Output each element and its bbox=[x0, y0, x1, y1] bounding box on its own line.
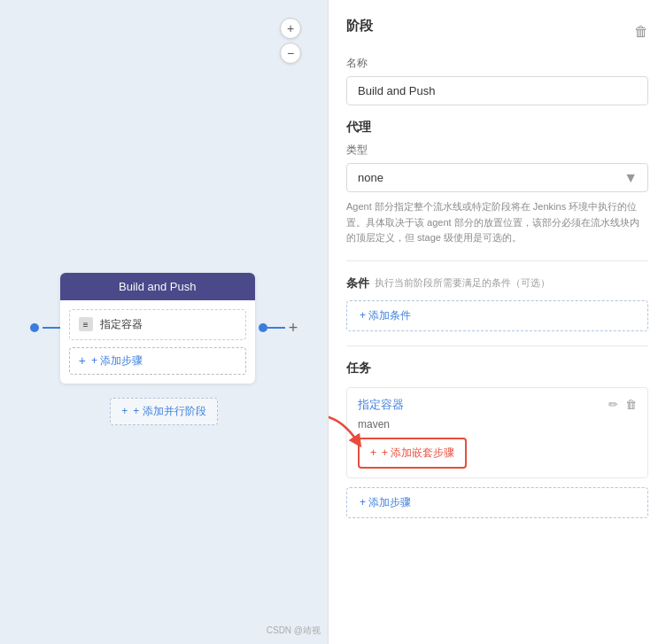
divider-1 bbox=[346, 260, 648, 261]
left-connector bbox=[30, 323, 60, 332]
minus-button[interactable]: − bbox=[280, 43, 301, 64]
add-condition-label: + 添加条件 bbox=[360, 308, 411, 323]
add-step-button[interactable]: + + 添加步骤 bbox=[69, 347, 246, 375]
line-left bbox=[43, 327, 60, 329]
name-input[interactable] bbox=[346, 76, 648, 105]
add-step-main-label: + 添加步骤 bbox=[360, 495, 411, 510]
conditions-title: 条件 bbox=[346, 275, 369, 291]
plus-icon: + bbox=[79, 353, 86, 368]
stage-body: ≡ 指定容器 + + 添加步骤 bbox=[60, 300, 255, 384]
nested-plus-icon: + bbox=[370, 446, 376, 459]
add-parallel-label: + 添加并行阶段 bbox=[133, 404, 205, 419]
task-card-actions: ✏ 🗑 bbox=[608, 398, 637, 411]
add-button[interactable]: + bbox=[280, 18, 301, 39]
add-parallel-button[interactable]: + + 添加并行阶段 bbox=[110, 398, 217, 425]
task-item[interactable]: ≡ 指定容器 bbox=[69, 309, 246, 340]
agent-help-text: Agent 部分指定整个流水线或特定阶段将在 Jenkins 环境中执行的位置。… bbox=[346, 199, 648, 246]
watermark: CSDN @靖视 bbox=[267, 625, 321, 637]
dot-left bbox=[30, 323, 39, 332]
add-step-main-button[interactable]: + 添加步骤 bbox=[346, 487, 648, 518]
add-condition-button[interactable]: + 添加条件 bbox=[346, 300, 648, 331]
task-card-value: maven bbox=[358, 418, 637, 431]
stage-delete-button[interactable]: 🗑 bbox=[634, 24, 648, 40]
agent-section-title: 代理 bbox=[346, 120, 648, 136]
dot-right bbox=[259, 323, 267, 332]
delete-task-icon[interactable]: 🗑 bbox=[625, 398, 637, 411]
pipeline-container: Build and Push ≡ 指定容器 + + 添加步骤 + bbox=[30, 220, 298, 425]
stage-section-title: 阶段 bbox=[346, 18, 373, 35]
task-icon: ≡ bbox=[79, 317, 93, 331]
parallel-plus-icon: + bbox=[121, 405, 128, 417]
type-field-label: 类型 bbox=[346, 143, 648, 158]
add-step-label: + 添加步骤 bbox=[91, 353, 143, 369]
right-connector: + bbox=[255, 319, 298, 338]
top-controls: + − bbox=[280, 18, 301, 64]
right-panel: 阶段 🗑 名称 代理 类型 none ▼ Agent 部分指定整个流水线或特定阶… bbox=[328, 0, 666, 644]
task-label: 指定容器 bbox=[100, 317, 143, 332]
edit-icon[interactable]: ✏ bbox=[608, 398, 618, 411]
plus-connector[interactable]: + bbox=[289, 319, 298, 338]
pipeline-row: Build and Push ≡ 指定容器 + + 添加步骤 + bbox=[30, 273, 298, 384]
task-card: 指定容器 ✏ 🗑 maven bbox=[346, 387, 648, 478]
task-card-name: 指定容器 bbox=[358, 397, 404, 413]
add-nested-label: + 添加嵌套步骤 bbox=[382, 446, 454, 461]
tasks-section: 任务 指定容器 ✏ 🗑 maven bbox=[346, 361, 648, 518]
task-card-header: 指定容器 ✏ 🗑 bbox=[358, 397, 637, 413]
name-field-label: 名称 bbox=[346, 56, 648, 71]
add-nested-step-button[interactable]: + + 添加嵌套步骤 bbox=[358, 438, 467, 469]
agent-type-wrapper: none ▼ bbox=[346, 163, 648, 192]
stage-header[interactable]: Build and Push bbox=[60, 273, 255, 300]
divider-2 bbox=[346, 345, 648, 346]
left-panel: + − Build and Push ≡ 指定容器 + + 添加 bbox=[0, 0, 328, 644]
tasks-title: 任务 bbox=[346, 361, 648, 376]
conditions-header: 条件 执行当前阶段所需要满足的条件（可选） bbox=[346, 275, 648, 291]
agent-type-select[interactable]: none bbox=[346, 163, 648, 192]
stage-block: Build and Push ≡ 指定容器 + + 添加步骤 bbox=[60, 273, 255, 384]
conditions-sub: 执行当前阶段所需要满足的条件（可选） bbox=[375, 276, 550, 290]
line-right bbox=[267, 327, 285, 329]
